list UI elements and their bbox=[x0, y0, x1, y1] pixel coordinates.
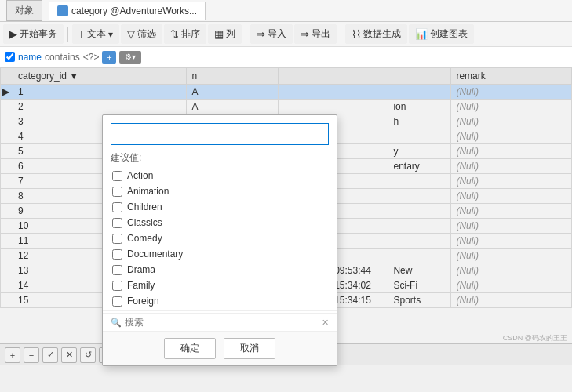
dropdown-item[interactable]: Documentary bbox=[103, 246, 337, 262]
dropdown-item[interactable]: Family bbox=[103, 278, 337, 293]
columns-button[interactable]: ▦ 列 bbox=[208, 24, 242, 44]
filter-operator: contains bbox=[45, 52, 80, 63]
import-icon: ⇒ bbox=[257, 28, 265, 40]
chart-icon: 📊 bbox=[415, 28, 428, 40]
dropdown-panel: 建议值: ActionAnimationChildrenClassicsCome… bbox=[102, 114, 337, 366]
dropdown-divider bbox=[103, 310, 337, 311]
cancel-button[interactable]: 取消 bbox=[224, 338, 275, 359]
dropdown-item-checkbox[interactable] bbox=[112, 218, 122, 228]
suggest-label: 建议值: bbox=[103, 150, 337, 168]
dropdown-item-label: Animation bbox=[127, 186, 169, 197]
toolbar: ▶ 开始事务 T 文本 ▾ ▽ 筛选 ⇅ 排序 ▦ 列 ⇒ 导入 ⇒ 导出 ⌇⌇… bbox=[0, 22, 572, 47]
start-transaction-button[interactable]: ▶ 开始事务 bbox=[3, 24, 64, 44]
dropdown-list: ActionAnimationChildrenClassicsComedyDoc… bbox=[103, 168, 337, 309]
main-content: category_id ▼ n remark ▶1A(Null)2Aion(Nu… bbox=[0, 67, 572, 365]
category-tab-label: category @AdventureWorks... bbox=[71, 5, 197, 16]
table-icon bbox=[57, 5, 68, 16]
filter-placeholder: <?> bbox=[83, 52, 100, 63]
dropdown-item-label: Classics bbox=[127, 217, 162, 228]
dropdown-item-checkbox[interactable] bbox=[112, 296, 122, 307]
filter-field: name bbox=[18, 52, 42, 63]
export-icon: ⇒ bbox=[301, 28, 309, 40]
dropdown-item-label: Family bbox=[127, 280, 155, 291]
separator-2 bbox=[246, 27, 246, 42]
filter-add-button[interactable]: + bbox=[102, 51, 116, 64]
dropdown-item[interactable]: Animation bbox=[103, 183, 337, 199]
filter-bar: name contains <?> + ⚙▾ bbox=[0, 47, 572, 67]
sort-button[interactable]: ⇅ 排序 bbox=[164, 24, 206, 44]
filter-settings-button[interactable]: ⚙▾ bbox=[119, 51, 141, 64]
dropdown-item-checkbox[interactable] bbox=[112, 171, 122, 181]
dropdown-item[interactable]: Action bbox=[103, 168, 337, 183]
dropdown-item-checkbox[interactable] bbox=[112, 281, 122, 291]
dropdown-item[interactable]: Comedy bbox=[103, 230, 337, 246]
dropdown-item-checkbox[interactable] bbox=[112, 202, 122, 212]
title-bar: 对象 category @AdventureWorks... bbox=[0, 0, 572, 22]
dropdown-item[interactable]: Foreign bbox=[103, 293, 337, 309]
search-icon: 🔍 bbox=[111, 318, 122, 328]
confirm-button[interactable]: 确定 bbox=[164, 338, 216, 359]
export-button[interactable]: ⇒ 导出 bbox=[294, 24, 337, 44]
dropdown-value-input[interactable] bbox=[111, 123, 329, 145]
dropdown-item[interactable]: Drama bbox=[103, 262, 337, 278]
filter-icon: ▽ bbox=[127, 28, 135, 40]
transaction-icon: ▶ bbox=[9, 28, 17, 40]
objects-tab-label: 对象 bbox=[15, 4, 34, 17]
dropdown-item-label: Action bbox=[127, 170, 153, 181]
separator-1 bbox=[67, 27, 68, 42]
sort-icon: ⇅ bbox=[170, 28, 179, 40]
text-dropdown-arrow: ▾ bbox=[108, 29, 113, 40]
dropdown-item-checkbox[interactable] bbox=[112, 187, 122, 197]
dropdown-item-label: Children bbox=[127, 201, 162, 212]
dropdown-input-area bbox=[103, 115, 337, 150]
dropdown-item-label: Drama bbox=[127, 264, 155, 275]
dropdown-item-label: Comedy bbox=[127, 233, 162, 244]
generate-data-button[interactable]: ⌇⌇ 数据生成 bbox=[345, 24, 407, 44]
filter-button[interactable]: ▽ 筛选 bbox=[121, 24, 162, 44]
dropdown-item-checkbox[interactable] bbox=[112, 234, 122, 244]
dropdown-item-checkbox[interactable] bbox=[112, 249, 122, 260]
create-chart-button[interactable]: 📊 创建图表 bbox=[409, 24, 474, 44]
text-icon: T bbox=[78, 28, 85, 40]
dropdown-item[interactable]: Children bbox=[103, 199, 337, 215]
columns-icon: ▦ bbox=[214, 28, 224, 40]
text-button[interactable]: T 文本 ▾ bbox=[72, 24, 119, 44]
dropdown-item-checkbox[interactable] bbox=[112, 265, 122, 275]
separator-3 bbox=[341, 27, 341, 42]
dropdown-search-input[interactable] bbox=[125, 317, 319, 328]
dropdown-item[interactable]: Classics bbox=[103, 215, 337, 230]
tab-category[interactable]: category @AdventureWorks... bbox=[49, 2, 206, 20]
dropdown-item-label: Foreign bbox=[127, 296, 159, 307]
generate-icon: ⌇⌇ bbox=[352, 28, 361, 40]
dropdown-item-label: Documentary bbox=[127, 249, 183, 260]
filter-enable-checkbox[interactable] bbox=[5, 52, 15, 62]
dropdown-footer: 确定 取消 bbox=[103, 331, 337, 365]
tab-objects[interactable]: 对象 bbox=[6, 0, 42, 21]
dropdown-search-area: 🔍 ✕ bbox=[103, 313, 337, 331]
search-clear-icon[interactable]: ✕ bbox=[322, 318, 329, 328]
import-button[interactable]: ⇒ 导入 bbox=[250, 24, 293, 44]
